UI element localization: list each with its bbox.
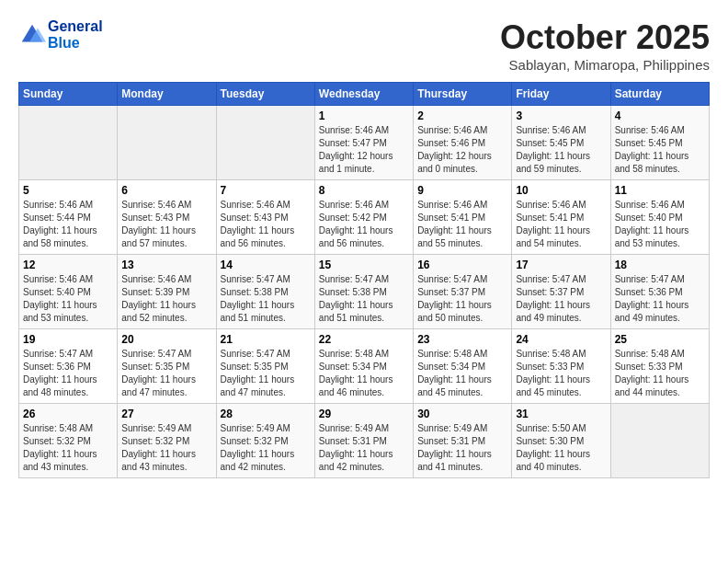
logo-line1: General xyxy=(48,18,103,35)
calendar-cell: 28Sunrise: 5:49 AM Sunset: 5:32 PM Dayli… xyxy=(216,404,314,478)
day-info: Sunrise: 5:50 AM Sunset: 5:30 PM Dayligh… xyxy=(516,422,606,474)
day-info: Sunrise: 5:47 AM Sunset: 5:38 PM Dayligh… xyxy=(221,273,311,325)
calendar-cell: 23Sunrise: 5:48 AM Sunset: 5:34 PM Dayli… xyxy=(414,329,512,404)
calendar-cell: 9Sunrise: 5:46 AM Sunset: 5:41 PM Daylig… xyxy=(414,180,512,255)
weekday-header-tuesday: Tuesday xyxy=(216,83,314,106)
calendar-cell: 31Sunrise: 5:50 AM Sunset: 5:30 PM Dayli… xyxy=(512,404,610,478)
day-number: 19 xyxy=(23,333,113,346)
day-number: 2 xyxy=(417,109,507,122)
weekday-header-wednesday: Wednesday xyxy=(314,83,413,106)
day-info: Sunrise: 5:49 AM Sunset: 5:31 PM Dayligh… xyxy=(417,422,507,474)
day-number: 9 xyxy=(417,184,507,197)
day-number: 12 xyxy=(23,259,113,271)
day-number: 18 xyxy=(615,259,705,271)
day-number: 20 xyxy=(121,333,211,346)
day-info: Sunrise: 5:46 AM Sunset: 5:43 PM Dayligh… xyxy=(221,199,311,250)
day-number: 3 xyxy=(516,109,606,122)
day-info: Sunrise: 5:49 AM Sunset: 5:32 PM Dayligh… xyxy=(121,422,211,474)
day-number: 15 xyxy=(319,259,409,271)
calendar-cell: 11Sunrise: 5:46 AM Sunset: 5:40 PM Dayli… xyxy=(610,180,709,255)
day-number: 8 xyxy=(319,184,409,197)
calendar-cell xyxy=(19,106,118,180)
calendar-cell: 8Sunrise: 5:46 AM Sunset: 5:42 PM Daylig… xyxy=(314,180,413,255)
calendar-table: SundayMondayTuesdayWednesdayThursdayFrid… xyxy=(18,82,710,478)
calendar-cell: 2Sunrise: 5:46 AM Sunset: 5:46 PM Daylig… xyxy=(414,106,512,180)
calendar-cell: 14Sunrise: 5:47 AM Sunset: 5:38 PM Dayli… xyxy=(216,255,314,329)
title-block: October 2025 Sablayan, Mimaropa, Philipp… xyxy=(500,18,710,73)
day-number: 4 xyxy=(615,109,705,122)
day-info: Sunrise: 5:47 AM Sunset: 5:37 PM Dayligh… xyxy=(417,273,507,325)
day-number: 30 xyxy=(417,408,507,420)
calendar-cell: 17Sunrise: 5:47 AM Sunset: 5:37 PM Dayli… xyxy=(512,255,610,329)
day-number: 11 xyxy=(615,184,705,197)
weekday-header-sunday: Sunday xyxy=(19,83,118,106)
day-number: 28 xyxy=(221,408,311,420)
calendar-cell: 22Sunrise: 5:48 AM Sunset: 5:34 PM Dayli… xyxy=(314,329,413,404)
logo-line2: Blue xyxy=(48,35,103,52)
weekday-header-thursday: Thursday xyxy=(414,83,512,106)
calendar-cell: 24Sunrise: 5:48 AM Sunset: 5:33 PM Dayli… xyxy=(512,329,610,404)
day-info: Sunrise: 5:47 AM Sunset: 5:38 PM Dayligh… xyxy=(319,273,409,325)
day-info: Sunrise: 5:47 AM Sunset: 5:35 PM Dayligh… xyxy=(121,348,211,399)
calendar-cell: 3Sunrise: 5:46 AM Sunset: 5:45 PM Daylig… xyxy=(512,106,610,180)
day-number: 26 xyxy=(23,408,113,420)
calendar-cell: 1Sunrise: 5:46 AM Sunset: 5:47 PM Daylig… xyxy=(314,106,413,180)
calendar-cell xyxy=(610,404,709,478)
day-info: Sunrise: 5:47 AM Sunset: 5:37 PM Dayligh… xyxy=(516,273,606,325)
day-info: Sunrise: 5:46 AM Sunset: 5:47 PM Dayligh… xyxy=(319,124,409,176)
weekday-header-saturday: Saturday xyxy=(610,83,709,106)
logo-icon xyxy=(18,21,46,49)
day-info: Sunrise: 5:49 AM Sunset: 5:32 PM Dayligh… xyxy=(221,422,311,474)
day-number: 22 xyxy=(319,333,409,346)
day-info: Sunrise: 5:49 AM Sunset: 5:31 PM Dayligh… xyxy=(319,422,409,474)
day-number: 25 xyxy=(615,333,705,346)
calendar-cell: 5Sunrise: 5:46 AM Sunset: 5:44 PM Daylig… xyxy=(19,180,118,255)
day-number: 27 xyxy=(121,408,211,420)
calendar-cell: 30Sunrise: 5:49 AM Sunset: 5:31 PM Dayli… xyxy=(414,404,512,478)
day-info: Sunrise: 5:48 AM Sunset: 5:34 PM Dayligh… xyxy=(319,348,409,399)
day-number: 23 xyxy=(417,333,507,346)
calendar-cell xyxy=(216,106,314,180)
logo: General Blue xyxy=(18,18,103,51)
calendar-cell: 10Sunrise: 5:46 AM Sunset: 5:41 PM Dayli… xyxy=(512,180,610,255)
day-info: Sunrise: 5:47 AM Sunset: 5:36 PM Dayligh… xyxy=(615,273,705,325)
day-number: 5 xyxy=(23,184,113,197)
day-info: Sunrise: 5:48 AM Sunset: 5:33 PM Dayligh… xyxy=(516,348,606,399)
day-number: 29 xyxy=(319,408,409,420)
day-number: 7 xyxy=(221,184,311,197)
weekday-header-friday: Friday xyxy=(512,83,610,106)
day-info: Sunrise: 5:46 AM Sunset: 5:41 PM Dayligh… xyxy=(516,199,606,250)
day-number: 1 xyxy=(319,109,409,122)
day-info: Sunrise: 5:46 AM Sunset: 5:45 PM Dayligh… xyxy=(615,124,705,176)
month-title: October 2025 xyxy=(500,18,710,57)
calendar-cell: 13Sunrise: 5:46 AM Sunset: 5:39 PM Dayli… xyxy=(118,255,216,329)
calendar-cell: 12Sunrise: 5:46 AM Sunset: 5:40 PM Dayli… xyxy=(19,255,118,329)
calendar-cell: 25Sunrise: 5:48 AM Sunset: 5:33 PM Dayli… xyxy=(610,329,709,404)
calendar-cell: 15Sunrise: 5:47 AM Sunset: 5:38 PM Dayli… xyxy=(314,255,413,329)
day-info: Sunrise: 5:46 AM Sunset: 5:44 PM Dayligh… xyxy=(23,199,113,250)
day-number: 31 xyxy=(516,408,606,420)
calendar-cell: 26Sunrise: 5:48 AM Sunset: 5:32 PM Dayli… xyxy=(19,404,118,478)
weekday-header-monday: Monday xyxy=(118,83,216,106)
day-info: Sunrise: 5:47 AM Sunset: 5:36 PM Dayligh… xyxy=(23,348,113,399)
calendar-cell: 29Sunrise: 5:49 AM Sunset: 5:31 PM Dayli… xyxy=(314,404,413,478)
day-info: Sunrise: 5:48 AM Sunset: 5:32 PM Dayligh… xyxy=(23,422,113,474)
day-info: Sunrise: 5:46 AM Sunset: 5:45 PM Dayligh… xyxy=(516,124,606,176)
day-info: Sunrise: 5:48 AM Sunset: 5:34 PM Dayligh… xyxy=(417,348,507,399)
day-number: 17 xyxy=(516,259,606,271)
calendar-cell: 16Sunrise: 5:47 AM Sunset: 5:37 PM Dayli… xyxy=(414,255,512,329)
calendar-cell xyxy=(118,106,216,180)
day-info: Sunrise: 5:46 AM Sunset: 5:46 PM Dayligh… xyxy=(417,124,507,176)
day-info: Sunrise: 5:46 AM Sunset: 5:39 PM Dayligh… xyxy=(121,273,211,325)
day-number: 10 xyxy=(516,184,606,197)
page-header: General Blue October 2025 Sablayan, Mima… xyxy=(18,18,710,73)
day-info: Sunrise: 5:48 AM Sunset: 5:33 PM Dayligh… xyxy=(615,348,705,399)
day-number: 6 xyxy=(121,184,211,197)
day-number: 14 xyxy=(221,259,311,271)
day-number: 21 xyxy=(221,333,311,346)
calendar-cell: 19Sunrise: 5:47 AM Sunset: 5:36 PM Dayli… xyxy=(19,329,118,404)
calendar-cell: 7Sunrise: 5:46 AM Sunset: 5:43 PM Daylig… xyxy=(216,180,314,255)
day-info: Sunrise: 5:46 AM Sunset: 5:40 PM Dayligh… xyxy=(23,273,113,325)
day-info: Sunrise: 5:47 AM Sunset: 5:35 PM Dayligh… xyxy=(221,348,311,399)
location-subtitle: Sablayan, Mimaropa, Philippines xyxy=(500,57,710,73)
